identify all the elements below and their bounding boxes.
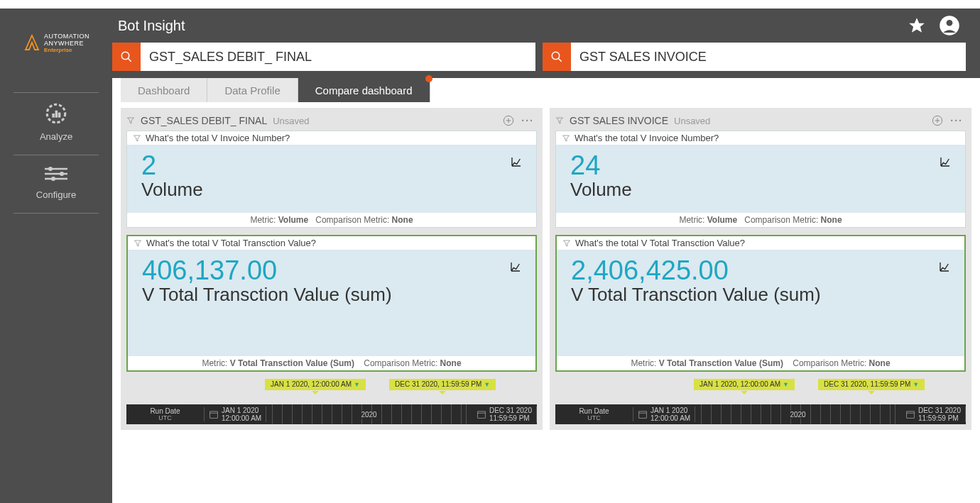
svg-rect-19 bbox=[210, 411, 218, 418]
card-footer: Metric: Volume Comparison Metric: None bbox=[556, 213, 965, 227]
sidebar-item-label: Configure bbox=[36, 189, 76, 200]
rundate-label: Run Date UTC bbox=[126, 407, 205, 422]
svg-rect-7 bbox=[52, 114, 55, 118]
compare-panel-right: GST SALES INVOICE Unsaved ··· What's the… bbox=[550, 108, 971, 430]
plus-icon[interactable] bbox=[932, 115, 943, 126]
svg-rect-26 bbox=[639, 411, 647, 418]
range-start-tooltip[interactable]: JAN 1 2020, 12:00:00 AM▼ bbox=[265, 379, 366, 390]
logo: AUTOMATION ANYWHERE Enterprise bbox=[0, 9, 112, 78]
configure-icon bbox=[42, 164, 70, 184]
search-button-left[interactable] bbox=[112, 43, 141, 71]
svg-rect-28 bbox=[907, 411, 915, 418]
time-bar[interactable]: Run Date UTC JAN 1 202012:00:00 AM 2020 … bbox=[555, 404, 966, 424]
tab-label: Data Profile bbox=[224, 84, 280, 96]
panel-status: Unsaved bbox=[273, 116, 309, 126]
svg-point-11 bbox=[48, 167, 53, 171]
kpi-card[interactable]: What's the total V Invoice Number? 24 Vo… bbox=[555, 131, 966, 228]
compare-panel-left: GST_SALES DEBIT_ FINAL Unsaved ··· What'… bbox=[121, 108, 543, 430]
analyze-icon bbox=[44, 101, 68, 126]
card-footer: Metric: V Total Transction Value (Sum) C… bbox=[557, 356, 964, 370]
time-tooltips: JAN 1 2020, 12:00:00 AM▼ DEC 31 2020, 11… bbox=[126, 379, 537, 400]
chart-type-icon[interactable] bbox=[511, 156, 522, 170]
range-end-tooltip[interactable]: DEC 31 2020, 11:59:59 PM▼ bbox=[389, 379, 496, 390]
tab-data-profile[interactable]: Data Profile bbox=[207, 78, 298, 102]
filter-icon[interactable] bbox=[134, 239, 142, 248]
tab-label: Dashboard bbox=[138, 84, 190, 96]
card-question: What's the total V Invoice Number? bbox=[146, 133, 290, 143]
kpi-card[interactable]: What's the total V Total Transction Valu… bbox=[126, 235, 537, 372]
search-icon bbox=[120, 50, 133, 63]
search-input-left[interactable] bbox=[141, 43, 535, 71]
tab-bar: Dashboard Data Profile Compare dashboard bbox=[112, 78, 980, 102]
aa-logo-icon bbox=[23, 34, 41, 52]
panel-title: GST_SALES DEBIT_ FINAL bbox=[141, 115, 267, 126]
browser-topbar bbox=[0, 0, 980, 9]
filter-icon[interactable] bbox=[562, 134, 570, 143]
time-tooltips: JAN 1 2020, 12:00:00 AM▼ DEC 31 2020, 11… bbox=[555, 379, 966, 400]
svg-point-2 bbox=[121, 52, 129, 60]
svg-point-1 bbox=[947, 20, 953, 26]
search-button-right[interactable] bbox=[543, 43, 571, 71]
svg-rect-9 bbox=[58, 113, 61, 118]
card-footer: Metric: V Total Transction Value (Sum) C… bbox=[128, 356, 535, 370]
time-bar[interactable]: Run Date UTC JAN 1 202012:00:00 AM 2020 … bbox=[126, 404, 537, 424]
svg-rect-21 bbox=[478, 411, 486, 418]
more-icon[interactable]: ··· bbox=[950, 115, 963, 126]
calendar-icon bbox=[209, 409, 219, 419]
kpi-value: 2 bbox=[141, 152, 522, 179]
time-axis[interactable]: 2020 bbox=[701, 404, 895, 424]
start-date[interactable]: JAN 1 202012:00:00 AM bbox=[205, 407, 266, 422]
calendar-icon bbox=[477, 409, 486, 419]
calendar-icon bbox=[905, 409, 915, 419]
star-icon[interactable] bbox=[908, 16, 926, 35]
kpi-label: Volume bbox=[141, 179, 522, 201]
kpi-card[interactable]: What's the total V Invoice Number? 2 Vol… bbox=[126, 131, 537, 228]
svg-point-15 bbox=[51, 177, 55, 181]
calendar-icon bbox=[638, 409, 648, 419]
kpi-label: V Total Transction Value (sum) bbox=[142, 284, 521, 306]
search-input-right[interactable] bbox=[571, 43, 966, 71]
content-area: Dashboard Data Profile Compare dashboard… bbox=[112, 78, 980, 503]
search-left bbox=[112, 43, 535, 71]
filter-icon[interactable] bbox=[133, 134, 141, 143]
range-start-tooltip[interactable]: JAN 1 2020, 12:00:00 AM▼ bbox=[694, 379, 795, 390]
app-header: AUTOMATION ANYWHERE Enterprise Bot Insig… bbox=[0, 9, 980, 78]
filter-icon[interactable] bbox=[555, 116, 564, 125]
sidebar: Analyze Configure bbox=[0, 78, 112, 503]
close-icon[interactable] bbox=[425, 75, 432, 82]
panel-title: GST SALES INVOICE bbox=[570, 115, 668, 126]
user-icon[interactable] bbox=[939, 15, 960, 36]
logo-edition: Enterprise bbox=[44, 47, 89, 53]
filter-icon[interactable] bbox=[562, 239, 571, 248]
card-footer: Metric: Volume Comparison Metric: None bbox=[127, 213, 536, 227]
search-icon bbox=[550, 50, 563, 63]
card-question: What's the total V Total Transction Valu… bbox=[575, 238, 745, 248]
svg-point-13 bbox=[60, 172, 64, 176]
kpi-label: V Total Transction Value (sum) bbox=[571, 284, 950, 306]
tab-compare-dashboard[interactable]: Compare dashboard bbox=[298, 78, 430, 102]
logo-text-2: ANYWHERE bbox=[44, 40, 89, 48]
filter-icon[interactable] bbox=[126, 116, 135, 125]
chart-type-icon[interactable] bbox=[510, 261, 521, 275]
more-icon[interactable]: ··· bbox=[521, 115, 534, 126]
end-date[interactable]: DEC 31 202011:59:59 PM bbox=[901, 407, 966, 422]
plus-icon[interactable] bbox=[503, 115, 514, 126]
chart-type-icon[interactable] bbox=[939, 261, 950, 275]
sidebar-item-analyze[interactable]: Analyze bbox=[13, 92, 99, 155]
start-date[interactable]: JAN 1 202012:00:00 AM bbox=[633, 407, 695, 422]
time-axis[interactable]: 2020 bbox=[272, 404, 467, 424]
page-title: Bot Insight bbox=[118, 18, 185, 34]
search-right bbox=[543, 43, 966, 71]
kpi-value: 24 bbox=[570, 152, 951, 179]
card-question: What's the total V Total Transction Valu… bbox=[146, 238, 316, 248]
tab-dashboard[interactable]: Dashboard bbox=[121, 78, 207, 102]
svg-line-3 bbox=[128, 58, 131, 62]
panel-status: Unsaved bbox=[674, 116, 710, 126]
kpi-value: 406,137.00 bbox=[142, 257, 521, 284]
chart-type-icon[interactable] bbox=[940, 156, 951, 170]
kpi-card[interactable]: What's the total V Total Transction Valu… bbox=[555, 235, 966, 372]
range-end-tooltip[interactable]: DEC 31 2020, 11:59:59 PM▼ bbox=[818, 379, 925, 390]
sidebar-item-configure[interactable]: Configure bbox=[13, 155, 99, 214]
end-date[interactable]: DEC 31 202011:59:59 PM bbox=[472, 407, 537, 422]
tab-label: Compare dashboard bbox=[315, 84, 413, 96]
